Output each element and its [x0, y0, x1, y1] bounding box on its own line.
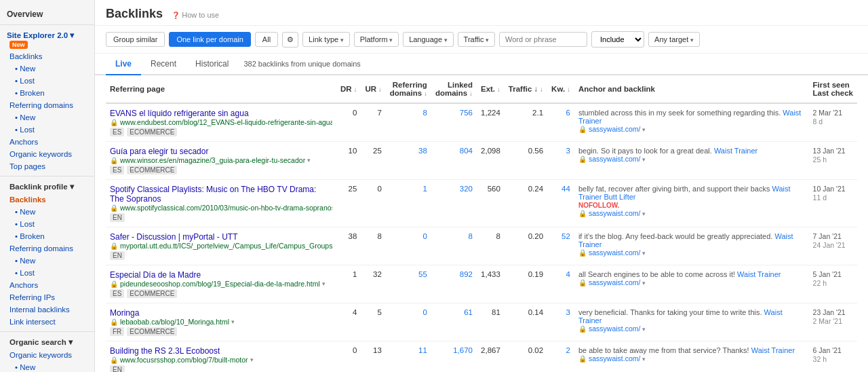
ref-domains-value[interactable]: 11: [386, 341, 431, 373]
search-input[interactable]: [499, 32, 587, 47]
url-text[interactable]: lebaobab.ca/blog/10_Moringa.html: [120, 318, 229, 326]
sidebar-item-referring-domains[interactable]: Referring domains: [0, 242, 94, 255]
sidebar-item-internal-backlinks[interactable]: Internal backlinks: [0, 303, 94, 316]
ref-domains-value[interactable]: 1: [386, 180, 431, 227]
kw-value[interactable]: 3: [547, 303, 574, 341]
anchor-expand-icon[interactable]: ▾: [642, 356, 646, 362]
group-similar-button[interactable]: Group similar: [106, 32, 165, 47]
ref-domains-value[interactable]: 0: [386, 227, 431, 265]
sidebar-item-lost-ref-top[interactable]: Lost: [0, 124, 94, 136]
linked-domains-value[interactable]: 892: [431, 265, 477, 303]
ref-domains-value[interactable]: 38: [386, 142, 431, 180]
url-text[interactable]: www.winsor.es/en/magazine/3_guia-para-el…: [120, 156, 305, 164]
ref-domains-value[interactable]: 0: [386, 303, 431, 341]
how-to-use-link[interactable]: How to use: [172, 11, 219, 19]
sidebar-item-organic-keywords-top[interactable]: Organic keywords: [0, 148, 94, 160]
sidebar-item-backlinks-top[interactable]: Backlinks: [0, 50, 94, 62]
page-title-link[interactable]: EVANS el líquido refrigerante sin agua: [110, 109, 332, 118]
sidebar-item-top-pages-top[interactable]: Top pages: [0, 160, 94, 172]
platform-filter[interactable]: Platform: [354, 32, 399, 47]
anchor-url[interactable]: sassywaist.com/: [589, 278, 640, 286]
sidebar-item-lost[interactable]: Lost: [0, 218, 94, 230]
anchor-expand-icon[interactable]: ▾: [642, 280, 646, 286]
sidebar-item-new-top[interactable]: New: [0, 62, 94, 75]
sidebar-item-site-explorer[interactable]: Site Explorer 2.0 ▾ New: [0, 29, 94, 50]
url-expand-icon[interactable]: ▾: [322, 280, 326, 287]
linked-domains-value[interactable]: 8: [431, 227, 477, 265]
all-button[interactable]: All: [255, 32, 278, 47]
col-linked-domains[interactable]: Linkeddomains: [431, 75, 477, 103]
sidebar-item-broken[interactable]: Broken: [0, 230, 94, 242]
anchor-link[interactable]: Waist Trainer: [714, 147, 757, 155]
anchor-link[interactable]: Waist Trainer: [751, 346, 795, 354]
col-traffic[interactable]: Traffic ↓: [505, 75, 547, 103]
tab-historical[interactable]: Historical: [186, 54, 238, 75]
col-ref-domains[interactable]: Referringdomains: [386, 75, 431, 103]
page-title-link[interactable]: Safer - Discussion | myPortal - UTT: [110, 232, 332, 242]
url-text[interactable]: www.spotifyclassical.com/2010/03/music-o…: [120, 204, 332, 212]
linked-domains-value[interactable]: 320: [431, 180, 477, 227]
kw-value[interactable]: 44: [547, 180, 574, 227]
linked-domains-value[interactable]: 756: [431, 103, 477, 142]
anchor-url[interactable]: sassywaist.com/: [589, 155, 640, 163]
sidebar-item-new[interactable]: New: [0, 206, 94, 218]
ref-domains-value[interactable]: 55: [386, 265, 431, 303]
ref-domains-value[interactable]: 8: [386, 103, 431, 142]
sidebar-item-referring-domains-top[interactable]: Referring domains: [0, 99, 94, 111]
sidebar-item-broken-top[interactable]: Broken: [0, 87, 94, 99]
linked-domains-value[interactable]: 804: [431, 142, 477, 180]
anchor-expand-icon[interactable]: ▾: [642, 210, 646, 217]
anchor-url[interactable]: sassywaist.com/: [589, 324, 640, 333]
link-type-filter[interactable]: Link type: [302, 32, 350, 47]
sidebar-item-new-organic[interactable]: New: [0, 361, 94, 372]
sidebar-item-lost-top[interactable]: Lost: [0, 75, 94, 87]
page-title-link[interactable]: Spotify Classical Playlists: Music on Th…: [110, 185, 332, 204]
one-link-per-domain-button[interactable]: One link per domain: [169, 32, 250, 47]
url-expand-icon[interactable]: ▾: [307, 157, 311, 164]
tab-recent[interactable]: Recent: [141, 54, 186, 75]
url-text[interactable]: pideundeseooshop.com/blog/19_Especial-di…: [120, 280, 320, 288]
kw-value[interactable]: 2: [547, 341, 574, 373]
kw-value[interactable]: 4: [547, 265, 574, 303]
sidebar-item-link-intersect[interactable]: Link intersect: [0, 316, 94, 328]
col-dr[interactable]: DR: [336, 75, 361, 103]
url-text[interactable]: myportal.utt.edu.tt/ICS/_portelview_/Cam…: [120, 242, 332, 250]
anchor-expand-icon[interactable]: ▾: [642, 156, 646, 163]
sidebar-item-lost-ref[interactable]: Lost: [0, 267, 94, 279]
language-filter[interactable]: Language: [403, 32, 453, 47]
kw-value[interactable]: 3: [547, 142, 574, 180]
url-expand-icon[interactable]: ▾: [250, 356, 254, 363]
include-select[interactable]: Include Exclude: [591, 31, 644, 48]
url-text[interactable]: www.focusrsshop.com/blog/7/built-motor: [120, 356, 248, 364]
anchor-url[interactable]: sassywaist.com/: [589, 354, 640, 362]
linked-domains-value[interactable]: 61: [431, 303, 477, 341]
sidebar-item-new-ref[interactable]: New: [0, 255, 94, 267]
kw-value[interactable]: 6: [547, 103, 574, 142]
linked-domains-value[interactable]: 1,670: [431, 341, 477, 373]
anchor-url[interactable]: sassywaist.com/: [589, 248, 640, 257]
anchor-expand-icon[interactable]: ▾: [642, 326, 646, 333]
sidebar-item-organic-keywords[interactable]: Organic keywords: [0, 349, 94, 361]
page-title-link[interactable]: Especial Día de la Madre: [110, 270, 332, 280]
url-expand-icon[interactable]: ▾: [231, 318, 235, 325]
sidebar-item-backlinks[interactable]: Backlinks: [0, 193, 94, 206]
sidebar-item-referring-ips[interactable]: Referring IPs: [0, 291, 94, 303]
col-ext[interactable]: Ext.: [477, 75, 505, 103]
page-title-link[interactable]: Building the RS 2.3L Ecoboost: [110, 346, 332, 356]
page-title-link[interactable]: Guía para elegir tu secador: [110, 147, 332, 156]
traffic-filter[interactable]: Traffic: [458, 32, 495, 47]
anchor-link[interactable]: Waist Trainer: [737, 270, 781, 278]
page-title-link[interactable]: Moringa: [110, 308, 332, 318]
sidebar-item-new-ref-top[interactable]: New: [0, 111, 94, 124]
tab-live[interactable]: Live: [106, 54, 141, 75]
col-ur[interactable]: UR: [361, 75, 385, 103]
settings-icon-button[interactable]: ⚙: [282, 32, 298, 48]
url-text[interactable]: www.endubest.com/blog/12_EVANS-el-liquid…: [120, 118, 332, 126]
anchor-expand-icon[interactable]: ▾: [642, 126, 646, 133]
kw-value[interactable]: 52: [547, 227, 574, 265]
anchor-url[interactable]: sassywaist.com/: [589, 125, 640, 133]
anchor-url[interactable]: sassywaist.com/: [589, 209, 640, 217]
any-target-filter[interactable]: Any target: [648, 32, 700, 47]
anchor-expand-icon[interactable]: ▾: [642, 250, 646, 257]
sidebar-item-anchors-top[interactable]: Anchors: [0, 136, 94, 148]
